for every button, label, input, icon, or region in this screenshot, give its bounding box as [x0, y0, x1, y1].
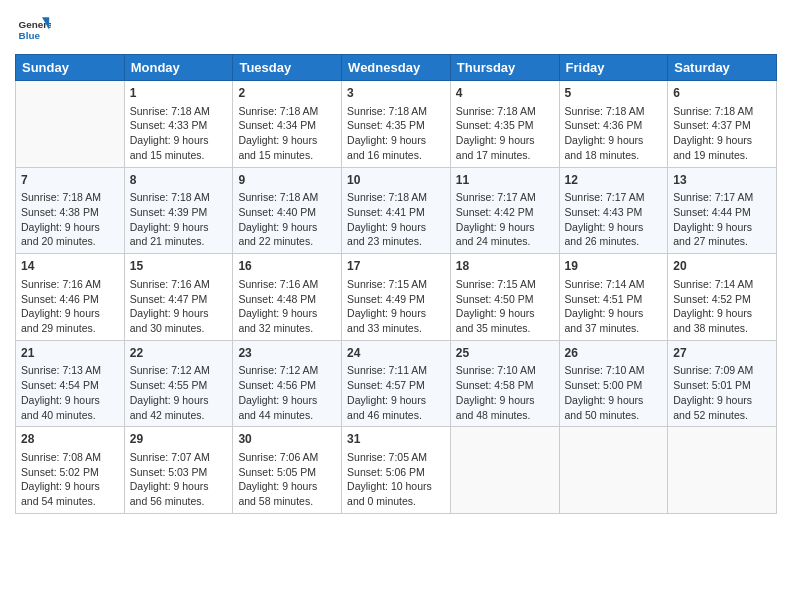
calendar-page: General Blue SundayMondayTuesdayWednesda… [0, 0, 792, 529]
cell-info: Daylight: 9 hours [130, 479, 228, 494]
calendar-cell: 1Sunrise: 7:18 AMSunset: 4:33 PMDaylight… [124, 81, 233, 168]
cell-info: Daylight: 9 hours [456, 306, 554, 321]
calendar-cell [16, 81, 125, 168]
cell-info: Sunset: 4:42 PM [456, 205, 554, 220]
cell-info: Daylight: 9 hours [673, 220, 771, 235]
calendar-cell [668, 427, 777, 514]
cell-info: and 48 minutes. [456, 408, 554, 423]
cell-info: and 52 minutes. [673, 408, 771, 423]
cell-info: Sunrise: 7:18 AM [347, 190, 445, 205]
day-number: 11 [456, 172, 554, 189]
calendar-cell: 17Sunrise: 7:15 AMSunset: 4:49 PMDayligh… [342, 254, 451, 341]
cell-info: Sunset: 4:55 PM [130, 378, 228, 393]
cell-info: Sunrise: 7:10 AM [456, 363, 554, 378]
day-number: 9 [238, 172, 336, 189]
cell-info: Sunrise: 7:17 AM [565, 190, 663, 205]
cell-info: Sunrise: 7:18 AM [130, 104, 228, 119]
day-number: 12 [565, 172, 663, 189]
day-number: 31 [347, 431, 445, 448]
cell-info: Sunrise: 7:15 AM [347, 277, 445, 292]
weekday-header-sunday: Sunday [16, 55, 125, 81]
day-number: 10 [347, 172, 445, 189]
day-number: 16 [238, 258, 336, 275]
cell-info: Sunset: 4:37 PM [673, 118, 771, 133]
cell-info: and 23 minutes. [347, 234, 445, 249]
cell-info: Daylight: 9 hours [673, 306, 771, 321]
cell-info: Daylight: 9 hours [238, 306, 336, 321]
cell-info: Sunset: 4:35 PM [347, 118, 445, 133]
cell-info: Sunset: 4:49 PM [347, 292, 445, 307]
cell-info: Daylight: 9 hours [673, 393, 771, 408]
cell-info: and 37 minutes. [565, 321, 663, 336]
cell-info: Sunrise: 7:13 AM [21, 363, 119, 378]
cell-info: Daylight: 9 hours [347, 393, 445, 408]
cell-info: and 30 minutes. [130, 321, 228, 336]
cell-info: Sunrise: 7:18 AM [565, 104, 663, 119]
weekday-header-saturday: Saturday [668, 55, 777, 81]
header: General Blue [15, 10, 777, 46]
cell-info: Daylight: 9 hours [21, 479, 119, 494]
cell-info: and 15 minutes. [238, 148, 336, 163]
cell-info: Sunset: 4:40 PM [238, 205, 336, 220]
day-number: 8 [130, 172, 228, 189]
cell-info: Sunrise: 7:18 AM [673, 104, 771, 119]
day-number: 3 [347, 85, 445, 102]
week-row-4: 21Sunrise: 7:13 AMSunset: 4:54 PMDayligh… [16, 340, 777, 427]
cell-info: Sunset: 4:52 PM [673, 292, 771, 307]
calendar-cell [450, 427, 559, 514]
cell-info: Daylight: 9 hours [21, 220, 119, 235]
cell-info: Sunrise: 7:18 AM [238, 104, 336, 119]
cell-info: and 42 minutes. [130, 408, 228, 423]
calendar-cell: 10Sunrise: 7:18 AMSunset: 4:41 PMDayligh… [342, 167, 451, 254]
cell-info: Daylight: 9 hours [347, 133, 445, 148]
day-number: 20 [673, 258, 771, 275]
day-number: 22 [130, 345, 228, 362]
day-number: 19 [565, 258, 663, 275]
calendar-cell: 23Sunrise: 7:12 AMSunset: 4:56 PMDayligh… [233, 340, 342, 427]
cell-info: Daylight: 9 hours [565, 306, 663, 321]
cell-info: and 33 minutes. [347, 321, 445, 336]
cell-info: Sunrise: 7:18 AM [130, 190, 228, 205]
week-row-1: 1Sunrise: 7:18 AMSunset: 4:33 PMDaylight… [16, 81, 777, 168]
cell-info: and 56 minutes. [130, 494, 228, 509]
svg-text:Blue: Blue [19, 30, 41, 41]
cell-info: and 50 minutes. [565, 408, 663, 423]
cell-info: Sunset: 4:51 PM [565, 292, 663, 307]
cell-info: and 54 minutes. [21, 494, 119, 509]
calendar-cell: 3Sunrise: 7:18 AMSunset: 4:35 PMDaylight… [342, 81, 451, 168]
day-number: 24 [347, 345, 445, 362]
cell-info: Sunrise: 7:12 AM [238, 363, 336, 378]
logo: General Blue [15, 10, 55, 46]
calendar-cell: 30Sunrise: 7:06 AMSunset: 5:05 PMDayligh… [233, 427, 342, 514]
cell-info: Sunset: 4:44 PM [673, 205, 771, 220]
day-number: 28 [21, 431, 119, 448]
day-number: 17 [347, 258, 445, 275]
weekday-header-wednesday: Wednesday [342, 55, 451, 81]
cell-info: Sunrise: 7:05 AM [347, 450, 445, 465]
cell-info: Sunrise: 7:16 AM [130, 277, 228, 292]
week-row-5: 28Sunrise: 7:08 AMSunset: 5:02 PMDayligh… [16, 427, 777, 514]
day-number: 29 [130, 431, 228, 448]
day-number: 23 [238, 345, 336, 362]
day-number: 13 [673, 172, 771, 189]
day-number: 15 [130, 258, 228, 275]
cell-info: Daylight: 9 hours [130, 306, 228, 321]
day-number: 7 [21, 172, 119, 189]
cell-info: Sunrise: 7:09 AM [673, 363, 771, 378]
cell-info: Daylight: 9 hours [673, 133, 771, 148]
calendar-cell: 31Sunrise: 7:05 AMSunset: 5:06 PMDayligh… [342, 427, 451, 514]
cell-info: Sunset: 4:56 PM [238, 378, 336, 393]
calendar-cell: 27Sunrise: 7:09 AMSunset: 5:01 PMDayligh… [668, 340, 777, 427]
calendar-cell: 14Sunrise: 7:16 AMSunset: 4:46 PMDayligh… [16, 254, 125, 341]
cell-info: Sunset: 4:33 PM [130, 118, 228, 133]
cell-info: Sunrise: 7:17 AM [456, 190, 554, 205]
cell-info: Sunset: 4:46 PM [21, 292, 119, 307]
cell-info: and 15 minutes. [130, 148, 228, 163]
cell-info: Sunset: 5:03 PM [130, 465, 228, 480]
calendar-cell: 24Sunrise: 7:11 AMSunset: 4:57 PMDayligh… [342, 340, 451, 427]
cell-info: Sunrise: 7:07 AM [130, 450, 228, 465]
day-number: 1 [130, 85, 228, 102]
calendar-cell: 22Sunrise: 7:12 AMSunset: 4:55 PMDayligh… [124, 340, 233, 427]
day-number: 14 [21, 258, 119, 275]
cell-info: Sunset: 4:39 PM [130, 205, 228, 220]
